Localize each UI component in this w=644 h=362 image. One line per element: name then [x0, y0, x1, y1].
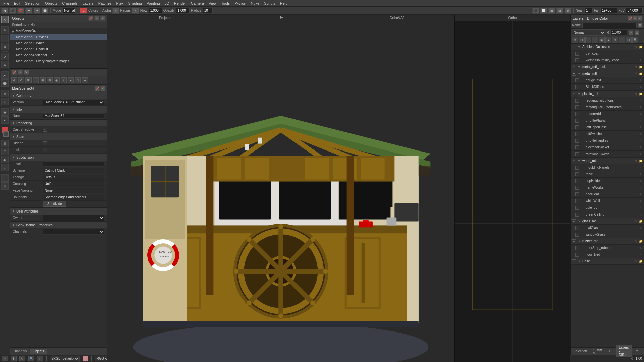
menu-3d[interactable]: 3D	[163, 1, 171, 6]
object-item-2[interactable]: MariScene1_Wheel	[10, 40, 107, 46]
tool-grid[interactable]: ⊞	[1, 140, 9, 147]
menu-tools[interactable]: Tools	[219, 1, 232, 6]
layer-icon-paint-4[interactable]: ✎	[634, 72, 638, 76]
prop-close2[interactable]: ✕	[100, 86, 105, 91]
layer-icon-paint-28[interactable]: ✎	[639, 233, 643, 237]
bb-color-btn[interactable]	[83, 356, 88, 361]
right-close[interactable]: ✕	[637, 16, 642, 21]
layer-icon-paint-32[interactable]: ✎	[634, 259, 638, 263]
section-subdivision-header[interactable]: ▼ Subdivision	[10, 154, 107, 161]
layer-item-28[interactable]: windowGlass✎	[571, 231, 644, 238]
object-list[interactable]: ▶ MariScene34 MartScene6_Devices MariSce…	[10, 28, 107, 68]
layer-icon-paint-29[interactable]: ✎	[634, 239, 638, 243]
layer-icon-folder-32[interactable]: 📁	[639, 259, 643, 263]
layer-icon-paint-11[interactable]: ✎	[639, 119, 643, 123]
user-owner-select[interactable]	[43, 215, 104, 221]
layer-icon-paint-8[interactable]: ✎	[639, 99, 643, 103]
layer-vis-14[interactable]	[575, 139, 579, 143]
blend-mode-select[interactable]: Normal	[572, 29, 605, 36]
background-color[interactable]	[3, 131, 9, 137]
layer-item-22[interactable]: doorLeaf✎	[571, 191, 644, 198]
mode-value[interactable]: Normal	[62, 8, 76, 13]
r-value-input[interactable]	[610, 30, 627, 35]
name-filter-input[interactable]	[582, 23, 637, 28]
toolbar-icon-6[interactable]: ⬤	[42, 8, 48, 14]
layer-tb-3[interactable]: ↶	[585, 37, 591, 43]
object-item-0[interactable]: ▶ MariScene34	[10, 28, 107, 34]
tab-image-manager[interactable]: Image M...	[590, 347, 605, 356]
objects-panel-pin[interactable]: 📌	[88, 16, 93, 21]
left-tab-channels[interactable]: Channels	[10, 349, 30, 354]
prop-tb-3[interactable]: 🔍	[25, 77, 32, 83]
toolbar-icon-2[interactable]: ⬛	[9, 8, 16, 14]
layer-icon-paint-7[interactable]: ✎	[634, 92, 638, 96]
layer-item-17[interactable]: ●▼wood_mtl✎📁	[571, 158, 644, 164]
r-btn2[interactable]: ⊞	[635, 30, 639, 35]
objects-panel-menu[interactable]: ≡	[94, 16, 99, 21]
geo-channels-select[interactable]	[43, 229, 104, 235]
object-item-4[interactable]: MariSceneAdditional_LP	[10, 52, 107, 58]
bb-btn-1[interactable]: ⏮	[2, 356, 8, 361]
layer-vis-13[interactable]	[575, 132, 579, 136]
state-locked-checkbox[interactable]	[43, 148, 47, 152]
layer-icon-paint-24[interactable]: ✎	[639, 206, 643, 210]
name-filter-btn[interactable]: ⊞	[638, 23, 643, 28]
menu-channels[interactable]: Channels	[60, 1, 79, 6]
layer-item-3[interactable]: ●▼metal_mtl_backup✎📁	[571, 64, 644, 70]
layer-icon-paint-15[interactable]: ✎	[639, 145, 643, 149]
radius-toggle[interactable]: ✓	[132, 8, 139, 14]
tool-clone[interactable]: ⊕	[1, 43, 9, 50]
menu-nuke[interactable]: Nuke	[249, 1, 262, 6]
layer-vis-30[interactable]	[575, 246, 579, 250]
layer-vis-6[interactable]	[575, 85, 579, 89]
layer-vis-27[interactable]	[575, 226, 579, 230]
prop-pin[interactable]: 📌	[12, 70, 17, 75]
layer-item-26[interactable]: ●▼glass_mtl✎📁	[571, 218, 644, 225]
layer-vis-28[interactable]	[575, 233, 579, 237]
objects-panel-close[interactable]: ✕	[100, 16, 105, 21]
layer-vis-0[interactable]	[572, 45, 576, 49]
tool-sample[interactable]: ⊙	[1, 98, 9, 105]
menu-ptex[interactable]: Ptex	[114, 1, 126, 6]
r-btn[interactable]: ≡	[629, 30, 633, 35]
layer-icon-paint-3[interactable]: ✎	[634, 65, 638, 69]
layer-vis-11[interactable]	[575, 119, 579, 123]
layer-vis-4[interactable]: ●	[572, 72, 576, 76]
tool-extra[interactable]: ◉	[1, 156, 9, 163]
toolbar-icon-5[interactable]: ▾	[34, 8, 40, 14]
layer-icon-paint-9[interactable]: ✎	[639, 105, 643, 109]
prop-tb-plus[interactable]: +	[61, 77, 67, 83]
prop-tb-7[interactable]: ◉	[54, 77, 60, 83]
prop-menu[interactable]: ≡	[18, 70, 23, 75]
layer-icon-paint-20[interactable]: ✎	[639, 179, 643, 183]
layer-vis-31[interactable]	[575, 253, 579, 257]
layer-item-1[interactable]: dirt_coat✎	[571, 50, 644, 57]
layer-item-8[interactable]: rectangularButtons✎	[571, 97, 644, 104]
layer-vis-23[interactable]	[575, 199, 579, 203]
layer-item-9[interactable]: rectangularButtonBases✎	[571, 104, 644, 111]
layer-vis-3[interactable]: ●	[572, 65, 576, 69]
layer-tb-6[interactable]: ◈	[605, 37, 611, 43]
geo-version-select[interactable]: MariScene3_4_Structure2	[43, 99, 104, 105]
layer-item-0[interactable]: ▼Ambient Occlusion✎📁	[571, 44, 644, 50]
menu-patches[interactable]: Patches	[96, 1, 114, 6]
layer-list[interactable]: ▼Ambient Occlusion✎📁dirt_coat✎wetnesshum…	[571, 44, 644, 347]
tool-color[interactable]: ◈	[1, 90, 9, 97]
tool-nav[interactable]: ✛	[1, 174, 9, 182]
tool-snap[interactable]: ⊡	[1, 148, 9, 155]
flow-value[interactable]: 1.000	[149, 8, 162, 13]
layer-item-24[interactable]: poleTop✎	[571, 204, 644, 211]
alpha-toggle[interactable]: ✓	[112, 8, 119, 14]
info-name-input[interactable]	[43, 113, 104, 119]
prop-tb-5[interactable]: ⊞	[40, 77, 46, 83]
prop-tb-1[interactable]: ⊕	[11, 77, 17, 83]
layer-vis-8[interactable]	[575, 99, 579, 103]
layer-icon-paint-17[interactable]: ✎	[634, 159, 638, 163]
layer-tb-8[interactable]: ↕	[619, 37, 625, 43]
left-tab-objects[interactable]: Objects	[30, 349, 47, 354]
tab-selection[interactable]: Selection	[571, 349, 590, 354]
layer-icon-folder-0[interactable]: 📁	[639, 45, 643, 49]
layer-icon-folder-17[interactable]: 📁	[639, 159, 643, 163]
layer-vis-7[interactable]: ●	[572, 92, 576, 96]
tool-stamp[interactable]: ★	[1, 116, 9, 124]
